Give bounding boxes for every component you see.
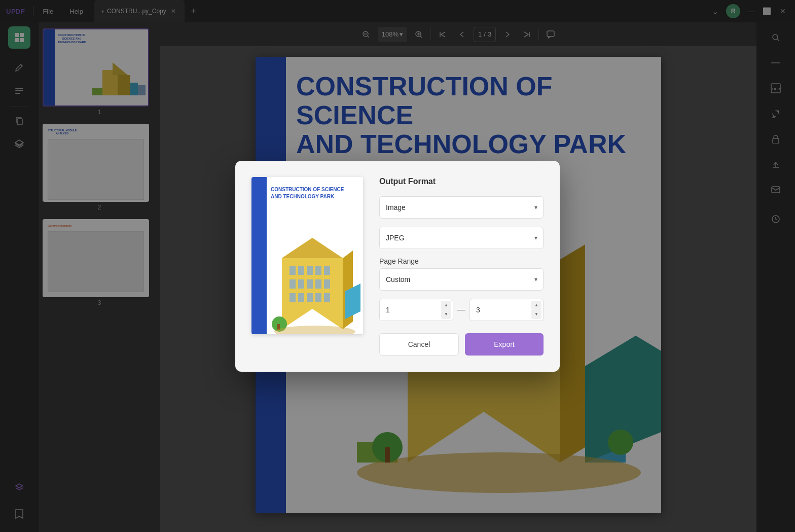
svg-rect-68 [315, 279, 321, 289]
page-end-up[interactable]: ▲ [531, 301, 541, 310]
page-range-select-wrapper: Custom All Pages Current Page ▾ [379, 268, 544, 291]
modal-buttons: Cancel Export [379, 333, 544, 356]
svg-rect-73 [315, 293, 321, 302]
subformat-group: JPEG PNG BMP TIFF ▾ [379, 227, 544, 249]
cancel-button[interactable]: Cancel [379, 333, 459, 356]
modal-preview: CONSTRUCTION OF SCIENCE AND TECHNOLOGY P… [251, 177, 363, 356]
page-start-spinners: ▲ ▼ [441, 301, 451, 319]
modal-preview-img: CONSTRUCTION OF SCIENCE AND TECHNOLOGY P… [251, 177, 363, 334]
preview-blue-bar [251, 177, 267, 334]
modal-form: Output Format Image PDF Word ▾ JPEG [379, 177, 544, 356]
format-group: Image PDF Word ▾ [379, 196, 544, 219]
svg-rect-66 [298, 279, 304, 289]
page-end-spinners: ▲ ▼ [531, 301, 541, 319]
modal-overlay: CONSTRUCTION OF SCIENCE AND TECHNOLOGY P… [0, 0, 795, 532]
export-button[interactable]: Export [465, 333, 544, 356]
svg-marker-58 [282, 238, 343, 258]
svg-rect-62 [307, 266, 313, 275]
page-range-select[interactable]: Custom All Pages Current Page [379, 268, 544, 291]
page-start-up[interactable]: ▲ [441, 301, 451, 310]
svg-rect-71 [298, 293, 304, 302]
page-end-wrapper: ▲ ▼ [469, 299, 544, 321]
svg-rect-60 [290, 266, 296, 275]
svg-rect-72 [307, 293, 313, 302]
page-range-label: Page Range [379, 257, 544, 265]
preview-title: CONSTRUCTION OF SCIENCE AND TECHNOLOGY P… [271, 186, 344, 200]
page-start-down[interactable]: ▼ [441, 310, 451, 319]
page-range-group: Page Range Custom All Pages Current Page… [379, 257, 544, 291]
export-modal: CONSTRUCTION OF SCIENCE AND TECHNOLOGY P… [235, 161, 560, 372]
svg-rect-65 [290, 279, 296, 289]
subformat-select[interactable]: JPEG PNG BMP TIFF [379, 227, 544, 249]
page-start-wrapper: ▲ ▼ [379, 299, 453, 321]
page-end-down[interactable]: ▼ [531, 310, 541, 319]
svg-rect-63 [315, 266, 321, 275]
format-select-wrapper: Image PDF Word ▾ [379, 196, 544, 219]
page-range-row: ▲ ▼ — ▲ ▼ [379, 299, 544, 321]
range-dash: — [457, 305, 465, 314]
svg-rect-64 [324, 266, 330, 275]
svg-rect-61 [298, 266, 304, 275]
format-select[interactable]: Image PDF Word [379, 196, 544, 219]
svg-rect-70 [290, 293, 296, 302]
preview-building [267, 218, 363, 334]
output-format-title: Output Format [379, 177, 544, 186]
svg-rect-67 [307, 279, 313, 289]
subformat-select-wrapper: JPEG PNG BMP TIFF ▾ [379, 227, 544, 249]
svg-rect-69 [324, 279, 330, 289]
svg-rect-74 [324, 293, 330, 302]
